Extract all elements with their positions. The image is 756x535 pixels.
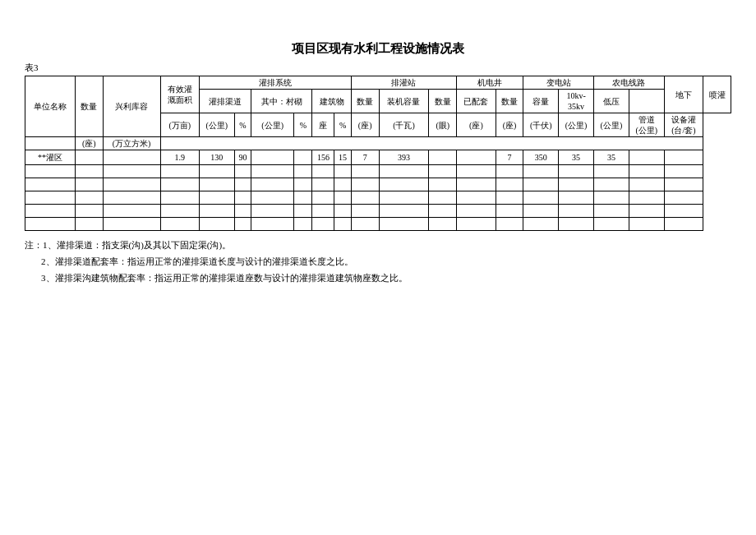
- unit-name-label: [25, 137, 76, 150]
- note-3: 3、灌排渠沟建筑物配套率：指运用正常的灌排渠道座数与设计的灌排渠道建筑物座数之比…: [41, 270, 731, 287]
- header-line-35kv: 10kv-35kv: [559, 90, 594, 113]
- cell-name: **灌区: [25, 150, 76, 165]
- cell-pipe: [629, 205, 664, 218]
- cell-lined_len: [251, 150, 294, 165]
- cell-struct_rate: [334, 191, 351, 205]
- header-count: 数量: [75, 76, 103, 137]
- cell-pump_power: [379, 191, 429, 205]
- cell-channel_rate: [234, 218, 251, 231]
- cell-channel_rate: [234, 191, 251, 205]
- cell-spray: [664, 205, 703, 218]
- cell-pump_power: [379, 205, 429, 218]
- unit-capacity: (万立方米): [103, 137, 160, 150]
- unit-eff-area: (万亩): [160, 113, 199, 137]
- unit-line-35kv: (公里): [559, 113, 594, 137]
- cell-pump_count: [351, 218, 379, 231]
- cell-struct_rate: [334, 165, 351, 178]
- header-irrigation-system: 灌排系统: [199, 76, 351, 90]
- cell-channel_rate: 90: [234, 150, 251, 165]
- cell-well_count: [429, 150, 457, 165]
- note-1: 1、灌排渠道：指支渠(沟)及其以下固定渠(沟)。: [43, 240, 231, 250]
- table-row: **灌区1.91309015615739373503535: [25, 150, 731, 165]
- cell-lined_len: [251, 191, 294, 205]
- cell-lined_len: [251, 218, 294, 231]
- cell-struct_count: [312, 191, 334, 205]
- cell-channel_rate: [234, 178, 251, 191]
- cell-struct_rate: 15: [334, 150, 351, 165]
- page-title: 项目区现有水利工程设施情况表: [25, 41, 731, 57]
- unit-pump-power: (千瓦): [379, 113, 429, 137]
- cell-lined_pct: [294, 178, 312, 191]
- header-pump-num: 数量: [429, 90, 457, 113]
- cell-pump_power: [379, 178, 429, 191]
- cell-line_35kv: [559, 205, 594, 218]
- cell-name: [25, 205, 76, 218]
- cell-trans_cap: [523, 205, 559, 218]
- table-label: 表3: [25, 62, 731, 74]
- cell-eff_area: [160, 191, 199, 205]
- cell-well_fitted: [457, 218, 496, 231]
- cell-trans_count: [496, 178, 523, 191]
- cell-capacity: [103, 165, 160, 178]
- cell-channel_len: [199, 205, 234, 218]
- cell-capacity: [103, 150, 160, 165]
- cell-line_low: 35: [594, 150, 629, 165]
- cell-count: [75, 191, 103, 205]
- cell-well_count: [429, 178, 457, 191]
- cell-channel_len: 130: [199, 150, 234, 165]
- unit-pipe: 管道(公里): [629, 113, 664, 137]
- cell-struct_count: [312, 178, 334, 191]
- cell-eff_area: [160, 205, 199, 218]
- cell-well_fitted: [457, 205, 496, 218]
- cell-count: [75, 178, 103, 191]
- header-trans-cap: 容量: [523, 90, 559, 113]
- unit-count: (座): [75, 137, 103, 150]
- cell-pump_power: 393: [379, 150, 429, 165]
- cell-pump_count: [351, 205, 379, 218]
- cell-trans_cap: [523, 191, 559, 205]
- cell-pipe: [629, 165, 664, 178]
- unit-channel-len: (公里): [199, 113, 234, 137]
- cell-count: [75, 165, 103, 178]
- cell-line_35kv: 35: [559, 150, 594, 165]
- cell-eff_area: 1.9: [160, 150, 199, 165]
- unit-struct-rate: %: [334, 113, 351, 137]
- cell-trans_count: [496, 218, 523, 231]
- cell-pump_count: [351, 165, 379, 178]
- cell-line_35kv: [559, 165, 594, 178]
- header-village-lined: 其中：村砌: [251, 90, 312, 113]
- header-unit-name: 单位名称: [25, 76, 76, 137]
- cell-channel_len: [199, 191, 234, 205]
- header-eff-area: 有效灌溉面积: [160, 76, 199, 113]
- cell-pipe: [629, 191, 664, 205]
- cell-spray: [664, 191, 703, 205]
- cell-struct_count: [312, 205, 334, 218]
- table-row: [25, 178, 731, 191]
- cell-lined_pct: [294, 218, 312, 231]
- cell-channel_len: [199, 218, 234, 231]
- cell-line_low: [594, 178, 629, 191]
- cell-lined_len: [251, 205, 294, 218]
- cell-struct_rate: [334, 178, 351, 191]
- cell-spray: [664, 165, 703, 178]
- header-structure: 建筑物: [312, 90, 351, 113]
- cell-pump_count: 7: [351, 150, 379, 165]
- cell-spray: [664, 218, 703, 231]
- unit-trans-count: (座): [496, 113, 523, 137]
- cell-well_count: [429, 191, 457, 205]
- cell-pump_count: [351, 191, 379, 205]
- cell-channel_rate: [234, 165, 251, 178]
- cell-name: [25, 191, 76, 205]
- cell-trans_cap: 350: [523, 150, 559, 165]
- cell-count: [75, 218, 103, 231]
- cell-line_low: [594, 165, 629, 178]
- cell-line_35kv: [559, 218, 594, 231]
- cell-capacity: [103, 218, 160, 231]
- unit-pump-num: (眼): [429, 113, 457, 137]
- cell-trans_cap: [523, 218, 559, 231]
- header-transformer: 变电站: [523, 76, 594, 90]
- cell-well_count: [429, 205, 457, 218]
- cell-pump_power: [379, 165, 429, 178]
- cell-line_low: [594, 218, 629, 231]
- cell-spray: [664, 178, 703, 191]
